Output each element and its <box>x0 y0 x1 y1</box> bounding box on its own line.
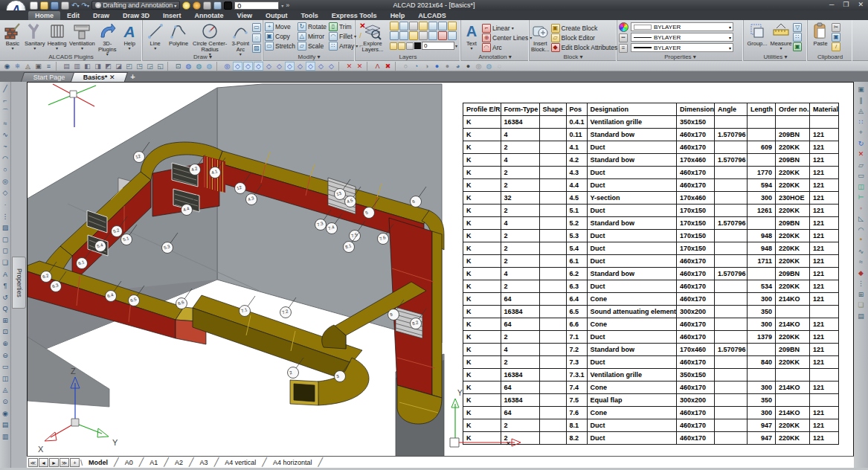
layer-isolate-icon[interactable] <box>409 22 418 30</box>
arc-icon[interactable]: ◠ <box>1 153 10 165</box>
array-r-icon[interactable]: ∷ <box>856 117 866 128</box>
menu-annotate[interactable]: Annotate <box>188 11 231 20</box>
measure-r-icon[interactable]: ⊞ <box>856 289 866 300</box>
view-ne-iso-icon[interactable]: ◲ <box>145 62 155 71</box>
next-sheet-button[interactable]: ► <box>49 458 59 467</box>
offset-icon[interactable]: ∥ <box>856 95 866 106</box>
polyline-icon[interactable]: ∿ <box>1 129 10 141</box>
render-sphere-1-icon[interactable]: ● <box>432 62 442 71</box>
spline-edit-icon[interactable]: ≈ <box>856 257 866 268</box>
hatch-icon[interactable]: ▨ <box>1 222 10 234</box>
layer-properties-icon[interactable] <box>390 22 399 30</box>
layer-walk-icon[interactable] <box>419 31 428 40</box>
center-lines-button[interactable]: ⊕Center Lines ▾ <box>482 33 532 42</box>
erase-icon[interactable]: ✕ <box>856 149 866 160</box>
arc-3point-button[interactable]: 3-Point Arc▾ <box>229 22 252 53</box>
osnap-midpoint-icon[interactable]: ◇ <box>243 62 253 71</box>
properties-panel-tab[interactable]: Properties <box>12 257 26 309</box>
osnap-tangent-icon[interactable]: ◇ <box>316 62 326 71</box>
layer-off-icon[interactable] <box>428 22 437 30</box>
arc-dimension-button[interactable]: ◠Arc <box>482 42 532 52</box>
menu-draw-3d[interactable]: Draw 3D <box>116 11 156 20</box>
tab-basics[interactable]: Basics* ✕ <box>70 72 127 82</box>
point-icon[interactable]: · <box>1 199 10 211</box>
ray-icon[interactable]: ⌐ <box>1 95 10 107</box>
divide-icon[interactable]: ⋮ <box>1 211 10 223</box>
osnap-center-icon[interactable]: ◇ <box>254 62 263 71</box>
scale-r-icon[interactable]: ▱ <box>856 160 866 171</box>
cancel-red-icon[interactable]: ✖ <box>383 62 393 71</box>
layer-match-icon[interactable] <box>399 22 408 30</box>
drawing-canvas[interactable]: Profile E/RForm-TypeShapePosDesignationD… <box>27 82 854 462</box>
cut-icon[interactable]: ✂ <box>832 23 840 32</box>
layer-on-all-icon[interactable] <box>390 31 399 40</box>
zoom-all-icon[interactable]: ▤ <box>1 419 10 431</box>
menu-help[interactable]: Help <box>384 11 412 20</box>
layer-unused-icon[interactable] <box>448 31 457 40</box>
text-icon[interactable]: ↺ <box>1 292 10 304</box>
globe-1-icon[interactable]: ◍ <box>184 62 193 71</box>
sheet-tab-a0[interactable]: A0 <box>119 457 139 468</box>
lineweight-icon[interactable]: ≡ <box>619 44 628 53</box>
boundary-icon[interactable]: ▢ <box>1 234 10 246</box>
zoom-out-icon[interactable]: ◉ <box>1 408 10 420</box>
spline-icon[interactable]: ~ <box>1 141 10 153</box>
layer-color-swatch[interactable] <box>414 42 421 49</box>
menu-alcads[interactable]: ALCADS <box>411 11 453 20</box>
line-button[interactable]: Line▾ <box>144 22 166 53</box>
snap-run-icon[interactable]: Λ <box>373 62 382 71</box>
osnap-extension-icon[interactable]: ◇ <box>295 62 305 71</box>
layer-states-icon[interactable]: ≡ <box>44 62 54 71</box>
layer-lock-pick-icon[interactable] <box>438 22 447 30</box>
render-sphere-6-icon[interactable]: ◍ <box>484 62 494 71</box>
layer-thaw-icon[interactable] <box>398 42 405 50</box>
insert-icon[interactable]: A <box>1 269 10 281</box>
pan-icon[interactable]: ⊡ <box>1 326 10 338</box>
clear-snaps-icon[interactable]: ✕ <box>344 62 354 71</box>
layer-delete-icon[interactable] <box>438 31 447 40</box>
sheet-tab-a1[interactable]: A1 <box>144 457 164 468</box>
render-sphere-2-icon[interactable]: ● <box>443 62 452 71</box>
copy-clip-icon[interactable]: ▣ <box>832 33 840 42</box>
osnap-nearest-icon[interactable]: ◇ <box>327 62 336 71</box>
globe-3-icon[interactable]: ◍ <box>205 62 214 71</box>
add-sheet-button[interactable]: + <box>70 458 80 467</box>
first-sheet-button[interactable]: ≪ <box>28 458 38 467</box>
view-right-icon[interactable]: ◨ <box>93 62 103 71</box>
view-nw-iso-icon[interactable]: ◱ <box>155 62 165 71</box>
edit-block-attributes-button[interactable]: ◆Edit Block Attributes <box>551 42 618 52</box>
menu-express-tools[interactable]: Express Tools <box>325 11 384 20</box>
prev-sheet-button[interactable]: ◄ <box>39 458 48 467</box>
layer-on-icon[interactable] <box>390 42 397 50</box>
heating-button[interactable]: Heating▾ <box>46 22 68 53</box>
menu-edit[interactable]: Edit <box>60 11 86 20</box>
props-icon[interactable]: ▤ <box>856 311 866 322</box>
snap-to-none-icon[interactable]: ✕ <box>355 62 364 71</box>
render-hidden-icon[interactable]: ◑ <box>422 62 431 71</box>
move-button[interactable]: +Move <box>265 22 295 31</box>
fillet-r-icon[interactable]: ◠ <box>856 225 866 236</box>
sheet-tab-model[interactable]: Model <box>83 457 114 468</box>
layer-lock-icon[interactable] <box>406 42 414 50</box>
trim-r-icon[interactable]: ◫ <box>856 181 866 193</box>
hatch-tool-icon[interactable]: ▨ <box>252 44 261 53</box>
lock-layer-icon[interactable]: ◬ <box>23 62 33 71</box>
view-left-icon[interactable]: ◧ <box>83 62 92 71</box>
zoom-dynamic-icon[interactable]: ▭ <box>1 361 10 373</box>
view-se-iso-icon[interactable]: ◳ <box>135 62 144 71</box>
rectangle-tool-icon[interactable]: ▭ <box>252 23 261 32</box>
rotate-button[interactable]: ↻Rotate <box>298 22 327 31</box>
linetype-icon[interactable]: ┅ <box>619 33 628 42</box>
break-icon[interactable]: ◦ <box>856 203 866 214</box>
menu-home[interactable]: Home <box>28 11 60 20</box>
chamfer-icon[interactable]: ◺ <box>856 213 866 225</box>
group-button[interactable]: Group... <box>745 22 769 51</box>
menu-output[interactable]: Output <box>259 11 295 20</box>
insert-block-button[interactable]: Insert Block... <box>531 22 550 53</box>
menu-insert[interactable]: Insert <box>156 11 188 20</box>
help-button[interactable]: AHelp▾ <box>118 22 141 53</box>
view-back-icon[interactable]: ◪ <box>114 62 123 71</box>
layer-thaw-all-icon[interactable] <box>399 31 408 40</box>
menu-view[interactable]: View <box>231 11 259 20</box>
osnap-intersection-icon[interactable]: ◇ <box>285 62 295 71</box>
